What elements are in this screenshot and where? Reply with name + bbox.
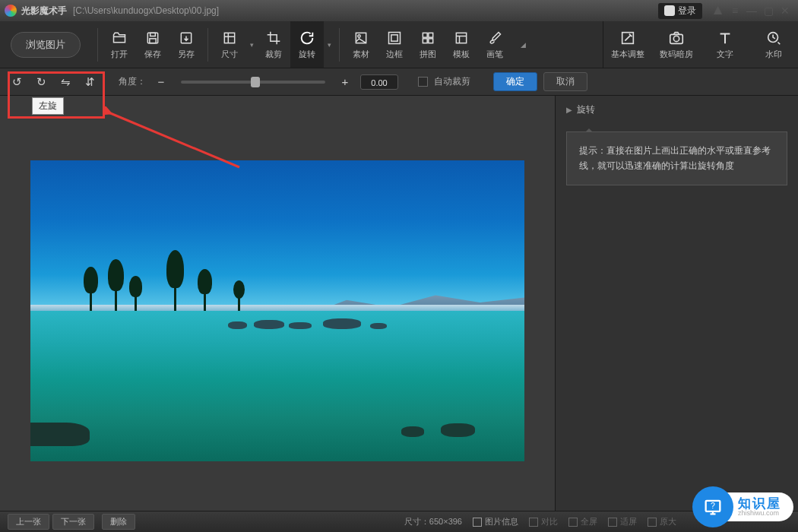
tb-label: 模板 [453, 49, 470, 60]
rotate-right-button[interactable]: ↻ [32, 73, 50, 91]
confirm-button[interactable]: 确定 [493, 72, 537, 91]
svg-rect-7 [389, 32, 401, 43]
badge-icon: ? [692, 486, 733, 527]
frame-button[interactable]: 边框 [378, 21, 411, 68]
save-button[interactable]: 保存 [136, 21, 169, 68]
svg-rect-9 [423, 33, 427, 37]
material-icon [353, 30, 369, 46]
login-button[interactable]: 登录 [658, 3, 702, 19]
size-button[interactable]: 尺寸 [213, 21, 246, 68]
resize-icon [221, 30, 238, 46]
tooltip: 左旋 [32, 97, 64, 115]
login-label: 登录 [678, 5, 696, 17]
workspace: ▶ 旋转 提示：直接在图片上画出正确的水平或垂直参考线，就可以迅速准确的计算出旋… [0, 96, 798, 511]
close-button[interactable]: ✕ [777, 4, 793, 17]
image-preview[interactable] [30, 160, 524, 461]
tb-label: 文字 [717, 49, 733, 60]
tb-label: 数码暗房 [660, 49, 693, 60]
basic-adjust-button[interactable]: 基本调整 [603, 21, 652, 68]
rotate-button[interactable]: 旋转 [290, 21, 324, 68]
open-button[interactable]: 打开 [103, 21, 136, 68]
save-icon [144, 30, 161, 46]
crop-button[interactable]: 裁剪 [257, 21, 290, 68]
adjust-icon [619, 30, 636, 46]
svg-rect-1 [150, 33, 156, 36]
tb-label: 旋转 [299, 49, 315, 60]
size-text: 尺寸：650×396 [404, 516, 462, 527]
file-path: [C:\Users\kunduogx\Desktop\00.jpg] [73, 5, 219, 16]
pin-button[interactable]: ⯅ [710, 4, 727, 17]
svg-rect-11 [423, 38, 427, 43]
rotate-dropdown[interactable]: ▾ [324, 21, 334, 68]
template-button[interactable]: 模板 [445, 21, 478, 68]
angle-slider[interactable] [181, 81, 325, 84]
panel-header[interactable]: ▶ 旋转 [566, 103, 787, 116]
maximize-button[interactable]: ▢ [760, 4, 777, 17]
svg-rect-8 [391, 34, 397, 40]
size-dropdown[interactable]: ▾ [246, 21, 257, 68]
svg-rect-12 [429, 38, 433, 43]
canvas-area[interactable] [0, 96, 555, 511]
user-icon [664, 5, 675, 16]
info-icon [473, 518, 482, 527]
tb-label: 裁剪 [265, 49, 282, 60]
next-image-button[interactable]: 下一张 [52, 514, 94, 530]
fullscreen-button[interactable]: 全屏 [568, 516, 597, 527]
darkroom-button[interactable]: 数码暗房 [652, 21, 701, 68]
app-title: 光影魔术手 [21, 5, 67, 17]
collage-icon [420, 30, 436, 46]
slider-thumb[interactable] [251, 77, 260, 87]
fit-screen-button[interactable]: 适屏 [608, 516, 637, 527]
compare-icon [529, 518, 538, 527]
minimize-button[interactable]: — [743, 4, 760, 17]
brush-button[interactable]: 画笔 [478, 21, 511, 68]
watermark-button[interactable]: 水印 [749, 21, 798, 68]
text-icon [717, 30, 733, 46]
rotate-subbar: ↺ ↻ ⇋ ⇵ 角度： − + 0.00 自动裁剪 确定 取消 [0, 68, 798, 96]
svg-point-16 [673, 36, 679, 41]
save-as-button[interactable]: 另存 [169, 21, 203, 68]
auto-crop-label: 自动裁剪 [434, 75, 470, 88]
watermark-icon [765, 30, 782, 46]
panel-title: 旋转 [577, 103, 595, 116]
chevron-right-icon: ▶ [566, 106, 572, 114]
angle-minus-button[interactable]: − [152, 73, 170, 91]
svg-text:?: ? [711, 501, 715, 510]
svg-point-6 [358, 34, 360, 36]
rotate-left-button[interactable]: ↺ [8, 73, 26, 91]
prev-image-button[interactable]: 上一张 [8, 514, 49, 530]
svg-rect-4 [224, 33, 234, 43]
compare-button[interactable]: 对比 [529, 516, 558, 527]
original-size-button[interactable]: 原大 [648, 516, 676, 527]
watermark-badge: ? 知识屋 zhishiwu.com [692, 486, 793, 527]
material-button[interactable]: 素材 [344, 21, 378, 68]
delete-button[interactable]: 删除 [102, 514, 135, 530]
angle-value[interactable]: 0.00 [360, 74, 398, 90]
tb-label: 尺寸 [221, 49, 238, 60]
rotate-icon [299, 30, 315, 46]
browse-label: 浏览图片 [26, 38, 65, 52]
tb-label: 边框 [386, 49, 403, 60]
angle-plus-button[interactable]: + [336, 73, 354, 91]
settings-button[interactable]: ≡ [727, 4, 743, 17]
original-icon [648, 518, 657, 527]
text-button[interactable]: 文字 [701, 21, 749, 68]
frame-icon [386, 30, 403, 46]
flip-horizontal-button[interactable]: ⇋ [56, 73, 74, 91]
fullscreen-icon [568, 518, 578, 527]
svg-rect-2 [150, 38, 156, 43]
app-logo-icon [5, 5, 17, 17]
auto-crop-checkbox[interactable] [418, 77, 428, 87]
folder-open-icon [111, 30, 128, 46]
collage-button[interactable]: 拼图 [411, 21, 445, 68]
tb-label: 打开 [111, 49, 128, 60]
more-dropdown[interactable]: ◢ [511, 21, 534, 68]
brush-icon [486, 30, 503, 46]
tb-label: 保存 [144, 49, 161, 60]
image-info-button[interactable]: 图片信息 [473, 516, 518, 527]
tb-label: 素材 [353, 49, 369, 60]
flip-vertical-button[interactable]: ⇵ [81, 73, 99, 91]
cancel-button[interactable]: 取消 [543, 72, 587, 91]
browse-button[interactable]: 浏览图片 [11, 32, 81, 58]
tip-text: 直接在图片上画出正确的水平或垂直参考线，就可以迅速准确的计算出旋转角度 [579, 145, 771, 171]
